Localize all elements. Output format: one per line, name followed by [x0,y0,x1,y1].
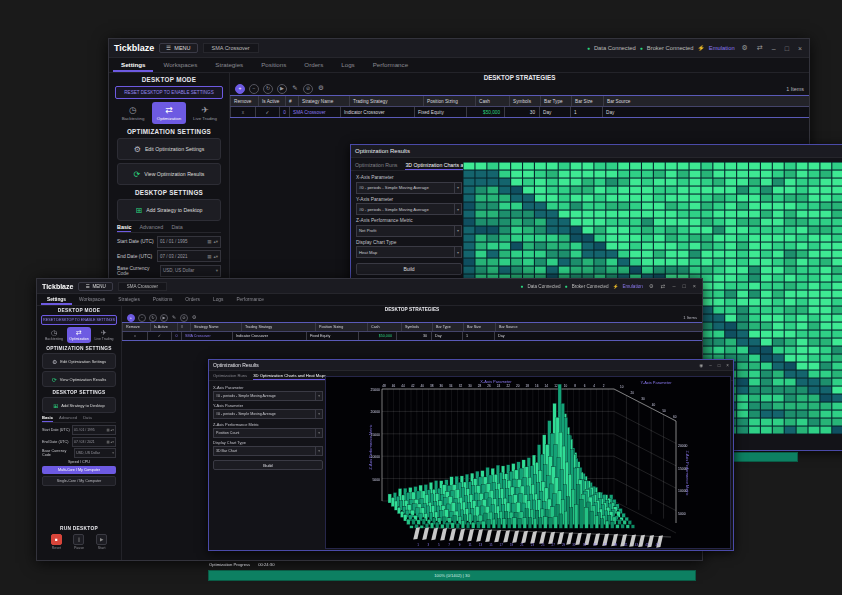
refresh-icon[interactable]: ↻ [263,84,273,94]
column-header[interactable]: Bar Type [432,323,463,331]
ctab-3d-optimization-charts-and-heat-maps[interactable]: 3D Optimization Charts and Heat Maps [253,373,326,380]
menu-button[interactable]: ☰MENU [159,43,197,53]
edit-optimization-settings-button[interactable]: ⚙Edit Optimization Settings [42,353,116,369]
add-strategy-button[interactable]: ⊞Add Strategy to Desktop [117,199,221,221]
run-icon[interactable]: ▶ [277,84,287,94]
spinner-icon[interactable]: ▴▾ [213,254,218,259]
delete-icon[interactable]: ⊘ [303,84,313,94]
nav-item-workspaces[interactable]: Workspaces [155,59,205,72]
mode-optimization[interactable]: ⇄Optimization [152,102,186,124]
column-header[interactable]: Bar Type [540,96,571,106]
maximize-button[interactable]: □ [783,45,791,52]
settings-gear-icon[interactable]: ⚙ [648,283,655,289]
column-header[interactable]: Cash [367,323,401,331]
single-core-button[interactable]: Single-Core / My Computer [42,476,116,486]
pause-run-button[interactable]: ∥Pause [73,534,84,550]
refresh-icon[interactable]: ↻ [149,314,157,322]
reset-desktop-button[interactable]: RESET DESKTOP TO ENABLE SETTINGS [41,315,117,325]
currency-select[interactable]: USD, US Dollar▾ [160,265,221,277]
remove-icon[interactable]: − [249,84,259,94]
subtab-advanced[interactable]: Advanced [139,224,163,232]
child-title-bar[interactable]: Optimization Results ◉ – □ × [209,360,733,371]
column-header[interactable]: Strategy Name [298,96,349,106]
nav-item-positions[interactable]: Positions [147,296,178,305]
minimize-button[interactable]: – [709,363,712,368]
column-header[interactable]: Bar Size [463,323,495,331]
spinner-icon[interactable]: ▴▾ [111,428,114,432]
column-header[interactable]: Is Active [150,323,177,331]
minimize-button[interactable]: – [671,283,676,289]
close-button[interactable]: × [692,283,697,289]
date-input[interactable]: 01 / 01 / 1995▦▴▾ [72,425,116,435]
ctab-optimization-runs[interactable]: Optimization Runs [213,373,247,380]
subtab-data[interactable]: Data [171,224,182,232]
column-header[interactable]: Strategy Name [190,323,241,331]
nav-item-orders[interactable]: Orders [179,296,206,305]
mode-optimization[interactable]: ⇄Optimization [67,327,91,343]
close-button[interactable]: × [726,363,729,368]
add-icon[interactable]: + [235,84,245,94]
maximize-button[interactable]: □ [681,283,686,289]
strategy-row[interactable]: x✓0SMA CrossoverIndicator CrossoverFixed… [230,107,809,118]
menu-button[interactable]: ☰MENU [78,282,112,291]
y-axis-dropdown[interactable]: #0 - periods - Simple Moving Average▾ [213,409,323,419]
delete-icon[interactable]: ⊘ [180,314,188,322]
spinner-icon[interactable]: ▴▾ [111,440,114,444]
build-button[interactable]: Build [213,460,323,470]
nav-item-workspaces[interactable]: Workspaces [73,296,111,305]
z-axis-dropdown[interactable]: Net Profit▾ [356,225,462,237]
column-header[interactable]: Bar Source [603,96,809,106]
maximize-button[interactable]: □ [718,363,721,368]
column-header[interactable]: # [285,96,298,106]
nav-item-strategies[interactable]: Strategies [112,296,146,305]
settings-gear-icon[interactable]: ⚙ [740,44,750,52]
document-tab[interactable]: SMA Crossover [203,43,259,53]
nav-item-logs[interactable]: Logs [207,296,229,305]
currency-select[interactable]: USD, US Dollar▾ [74,448,116,458]
title-bar[interactable]: Tickblaze ☰MENU SMA Crossover ●Data Conn… [37,279,702,294]
column-header[interactable]: Symbols [509,96,540,106]
column-header[interactable]: Remove [230,96,258,106]
date-input[interactable]: 07 / 03 / 2021▦▴▾ [72,437,116,447]
pin-icon[interactable]: ◉ [699,363,703,368]
link-icon[interactable]: ⇄ [755,44,765,52]
column-header[interactable]: # [177,323,190,331]
mode-backtesting[interactable]: ◷Backtesting [116,102,150,124]
nav-item-settings[interactable]: Settings [41,296,72,305]
ctab-optimization-runs[interactable]: Optimization Runs [355,162,397,170]
mode-live-trading[interactable]: ✈Live Trading [188,102,222,124]
nav-item-positions[interactable]: Positions [253,59,294,72]
nav-item-strategies[interactable]: Strategies [207,59,251,72]
nav-item-orders[interactable]: Orders [296,59,331,72]
column-header[interactable]: Bar Size [571,96,603,106]
reset-run-button[interactable]: ■Reset [51,534,62,550]
nav-item-settings[interactable]: Settings [113,59,153,72]
subtab-basic[interactable]: Basic [42,415,53,422]
mode-live-trading[interactable]: ✈Live Trading [92,327,116,343]
mode-backtesting[interactable]: ◷Backtesting [42,327,66,343]
x-axis-dropdown[interactable]: #0 - periods - Simple Moving Average▾ [213,391,323,401]
edit-optimization-settings-button[interactable]: ⚙Edit Optimization Settings [117,138,221,160]
title-bar[interactable]: Tickblaze ☰MENU SMA Crossover ●Data Conn… [109,39,809,58]
minimize-button[interactable]: – [770,45,778,52]
column-header[interactable]: Is Active [258,96,285,106]
settings-icon[interactable]: ⚙ [317,84,325,92]
run-icon[interactable]: ▶ [160,314,168,322]
z-axis-dropdown[interactable]: Position Count▾ [213,428,323,438]
close-button[interactable]: × [796,45,804,52]
column-header[interactable]: Symbols [401,323,432,331]
add-icon[interactable]: + [127,314,135,322]
nav-item-logs[interactable]: Logs [333,59,362,72]
date-input[interactable]: 01 / 01 / 1995▦▴▾ [157,236,221,248]
remove-icon[interactable]: − [138,314,146,322]
start-run-button[interactable]: ▶Start [96,534,107,550]
edit-icon[interactable]: ✎ [171,314,177,320]
column-header[interactable]: Position Sizing [315,323,367,331]
view-optimization-results-button[interactable]: ⟳View Optimization Results [117,163,221,185]
chart-type-dropdown[interactable]: Heat Map▾ [356,246,462,258]
subtab-data[interactable]: Data [83,415,92,422]
nav-item-performance[interactable]: Performance [365,59,416,72]
link-icon[interactable]: ⇄ [660,283,667,289]
strategy-row[interactable]: x✓0SMA CrossoverIndicator CrossoverFixed… [122,332,702,341]
column-header[interactable]: Cash [475,96,509,106]
